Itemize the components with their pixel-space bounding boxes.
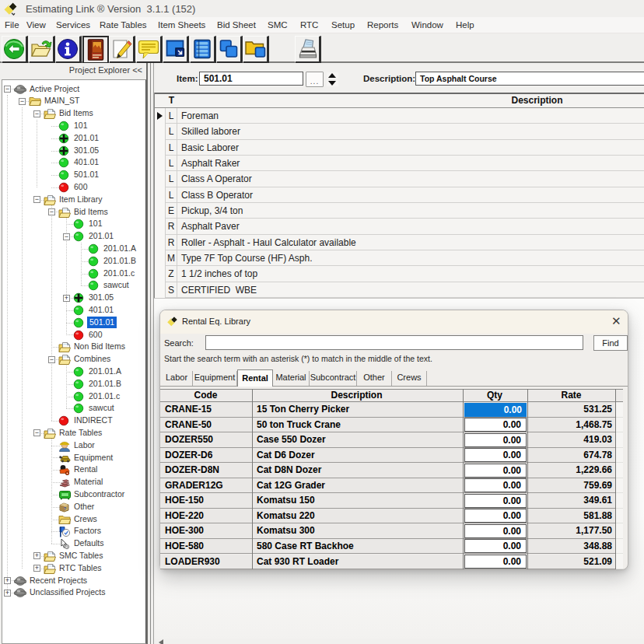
svg-text:?: ? — [64, 506, 67, 511]
